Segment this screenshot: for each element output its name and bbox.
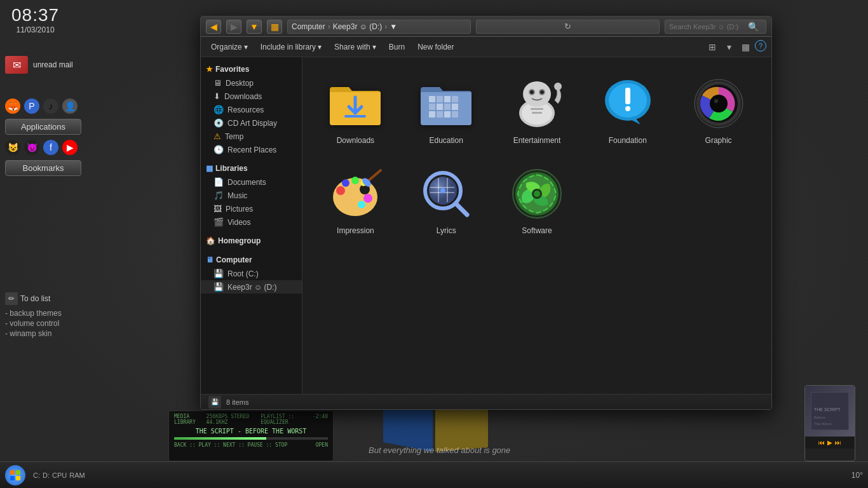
mail-widget[interactable]: ✉ unread mail bbox=[5, 56, 73, 74]
file-item-entertainment[interactable]: Entertainment bbox=[497, 70, 578, 150]
bookmarks-button[interactable]: Bookmarks bbox=[5, 160, 81, 176]
file-item-downloads[interactable]: Downloads bbox=[315, 70, 396, 150]
file-item-graphic[interactable]: Graphic bbox=[678, 70, 759, 150]
forward-button[interactable]: ▶ bbox=[226, 20, 241, 34]
temperature: 10° bbox=[851, 471, 863, 480]
pictures-icon: 🖼 bbox=[214, 204, 222, 214]
prev-button[interactable]: ⏮ bbox=[818, 439, 825, 446]
svg-rect-64 bbox=[10, 470, 15, 475]
file-item-foundation[interactable]: Foundation bbox=[587, 70, 668, 150]
svg-point-42 bbox=[342, 179, 349, 187]
burn-button[interactable]: Burn bbox=[384, 41, 410, 53]
up-button[interactable]: ▦ bbox=[267, 20, 282, 34]
favorites-header[interactable]: ★ Favorites bbox=[201, 62, 302, 76]
nav-pane: ★ Favorites 🖥 Desktop ⬇ Downloads 🌐 Reso… bbox=[201, 57, 302, 394]
svg-point-62 bbox=[534, 191, 540, 197]
applications-button[interactable]: Applications bbox=[5, 119, 81, 135]
svg-point-45 bbox=[363, 194, 372, 203]
address-bar[interactable]: Computer › Keep3r ☺ (D:) › ▼ bbox=[287, 20, 471, 34]
nav-cd-art[interactable]: 💿 CD Art Display bbox=[201, 116, 302, 130]
refresh-area[interactable]: ↻ bbox=[476, 20, 660, 34]
music-icon[interactable]: ♪ bbox=[43, 98, 58, 114]
svg-point-36 bbox=[712, 97, 725, 110]
recent-button[interactable]: ▼ bbox=[247, 20, 262, 34]
nav-downloads[interactable]: ⬇ Downloads bbox=[201, 90, 302, 103]
devil-icon[interactable]: 😈 bbox=[24, 140, 39, 155]
new-folder-button[interactable]: New folder bbox=[412, 41, 459, 53]
graphic-icon bbox=[690, 75, 747, 132]
nav-pictures[interactable]: 🖼 Pictures bbox=[201, 202, 302, 215]
file-item-lyrics[interactable]: Lyrics bbox=[406, 160, 487, 240]
todo-widget: ✏ To do list - backup themes - volume co… bbox=[5, 292, 62, 339]
media-progress-bar[interactable] bbox=[174, 437, 328, 440]
clock-date: 11/03/2010 bbox=[11, 25, 59, 34]
mini-player-controls[interactable]: ⏮ ▶ ⏭ bbox=[805, 437, 855, 449]
title-bar: ◀ ▶ ▼ ▦ Computer › Keep3r ☺ (D:) › ▼ ↻ 🔍 bbox=[201, 17, 771, 37]
help-btn[interactable]: ? bbox=[755, 40, 766, 51]
nav-videos[interactable]: 🎬 Videos bbox=[201, 215, 302, 229]
media-player[interactable]: MEDIA LIBRARY 256KBPS STEREO 44.1KHZ PLA… bbox=[168, 410, 334, 461]
search-icon[interactable]: 🔍 bbox=[748, 22, 759, 32]
search-box[interactable]: 🔍 bbox=[665, 20, 766, 34]
software-label: Software bbox=[522, 226, 552, 235]
address-dropdown[interactable]: ▼ bbox=[390, 22, 397, 31]
taskbar-drive-c[interactable]: C: bbox=[33, 471, 40, 479]
svg-point-43 bbox=[351, 177, 359, 184]
media-progress-fill bbox=[174, 437, 266, 440]
include-chevron: ▾ bbox=[318, 43, 322, 51]
organize-chevron: ▾ bbox=[244, 43, 248, 51]
todo-title: ✏ To do list bbox=[5, 292, 62, 305]
back-button[interactable]: ◀ bbox=[206, 20, 221, 34]
firefox-icon[interactable]: 🦊 bbox=[5, 98, 20, 114]
organize-button[interactable]: Organize ▾ bbox=[206, 41, 253, 53]
nav-recent[interactable]: 🕒 Recent Places bbox=[201, 143, 302, 156]
taskbar-ram[interactable]: RAM bbox=[69, 471, 85, 479]
mini-player[interactable]: THE SCRIPT Before The Worst ⏮ ▶ ⏭ bbox=[804, 385, 855, 461]
software-icon bbox=[508, 165, 566, 222]
fb-icon[interactable]: f bbox=[43, 140, 58, 155]
next-button[interactable]: ⏭ bbox=[835, 439, 841, 446]
recent-icon: 🕒 bbox=[214, 145, 224, 154]
refresh-icon[interactable]: ↻ bbox=[564, 22, 571, 31]
nav-desktop[interactable]: 🖥 Desktop bbox=[201, 76, 302, 90]
main-area: ★ Favorites 🖥 Desktop ⬇ Downloads 🌐 Reso… bbox=[201, 57, 771, 394]
taskbar-drive-d[interactable]: D: bbox=[43, 471, 50, 479]
computer-header[interactable]: 🖥 Computer bbox=[201, 253, 302, 267]
nav-documents[interactable]: 📄 Documents bbox=[201, 175, 302, 189]
start-button[interactable] bbox=[5, 465, 25, 485]
include-library-button[interactable]: Include in library ▾ bbox=[255, 41, 327, 53]
search-input[interactable] bbox=[669, 23, 745, 30]
svg-point-23 bbox=[540, 90, 544, 94]
details-pane-btn[interactable]: ▦ bbox=[738, 40, 752, 54]
media-controls[interactable]: BACK :: PLAY :: NEXT :: PAUSE :: STOP OP… bbox=[174, 442, 328, 448]
downloads-folder-icon bbox=[327, 75, 384, 132]
svg-rect-8 bbox=[452, 96, 458, 102]
homegroup-header[interactable]: 🏠 Homegroup bbox=[201, 234, 302, 248]
taskbar-cpu[interactable]: CPU bbox=[52, 471, 67, 479]
todo-icon: ✏ bbox=[5, 292, 18, 305]
user-icon[interactable]: 👤 bbox=[62, 98, 78, 114]
photoshop-icon[interactable]: P bbox=[24, 98, 39, 114]
play-button[interactable]: ▶ bbox=[827, 439, 832, 446]
cat-icon[interactable]: 😺 bbox=[5, 140, 20, 155]
file-item-education[interactable]: Education bbox=[406, 70, 487, 150]
libraries-header[interactable]: ▦ Libraries bbox=[201, 161, 302, 175]
svg-point-41 bbox=[336, 186, 345, 195]
svg-rect-66 bbox=[10, 476, 15, 480]
file-item-software[interactable]: Software bbox=[497, 160, 578, 240]
music-nav-icon: 🎵 bbox=[214, 191, 224, 200]
view-icon-btn[interactable]: ⊞ bbox=[705, 40, 719, 54]
share-chevron: ▾ bbox=[372, 43, 376, 51]
share-with-button[interactable]: Share with ▾ bbox=[329, 41, 381, 53]
left-sidebar: 🦊 P ♪ 👤 Applications 😺 😈 f ▶ Bookmarks bbox=[5, 98, 81, 176]
view-dropdown-btn[interactable]: ▾ bbox=[722, 40, 736, 54]
nav-resources[interactable]: 🌐 Resources bbox=[201, 103, 302, 116]
file-grid: Downloads bbox=[302, 57, 771, 394]
file-item-impression[interactable]: Impression bbox=[315, 160, 396, 240]
youtube-icon[interactable]: ▶ bbox=[62, 140, 78, 155]
nav-root-c[interactable]: 💾 Root (C:) bbox=[201, 267, 302, 280]
svg-rect-9 bbox=[429, 104, 435, 110]
nav-music[interactable]: 🎵 Music bbox=[201, 189, 302, 202]
nav-temp[interactable]: ⚠ Temp bbox=[201, 130, 302, 143]
nav-keep3r-d[interactable]: 💾 Keep3r ☺ (D:) bbox=[201, 280, 302, 294]
